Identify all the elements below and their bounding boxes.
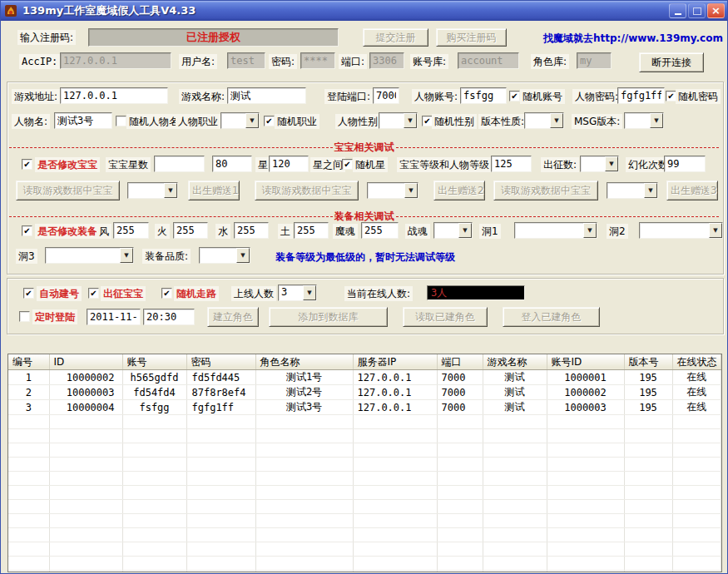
username-label: 用户名:: [179, 54, 217, 69]
table-cell: [483, 542, 547, 557]
column-header[interactable]: ID: [49, 354, 122, 370]
random-walk-checkbox[interactable]: ✔: [161, 288, 172, 299]
modify-equip-checkbox[interactable]: ✔: [22, 225, 32, 236]
table-row[interactable]: [8, 557, 721, 571]
table-row[interactable]: 210000003fd54fd487f8r8ef4测试2号127.0.0.170…: [8, 385, 721, 400]
table-cell: [547, 486, 624, 500]
table-cell: [255, 528, 353, 542]
results-table[interactable]: 编号ID账号密码角色名称服务器IP端口游戏名称账号ID版本号在线状态 11000…: [7, 354, 722, 572]
column-header[interactable]: 端口: [437, 354, 483, 370]
table-cell: [672, 500, 721, 514]
minimize-button-icon[interactable]: [669, 3, 686, 18]
website-link[interactable]: 找魔域就去http://www.139my.com: [543, 32, 723, 46]
morph-count-input[interactable]: [664, 156, 706, 172]
table-cell: 测试1号: [255, 370, 353, 385]
table-row[interactable]: [8, 443, 721, 458]
hole1-select[interactable]: ▼: [514, 222, 597, 239]
random-star-checkbox[interactable]: ✔: [342, 159, 353, 170]
char-account-input[interactable]: [460, 87, 507, 104]
earth-label: 土: [278, 224, 293, 239]
login-date-input[interactable]: [87, 309, 141, 325]
table-cell: [353, 486, 437, 500]
quality-select[interactable]: ▼: [199, 247, 250, 264]
battle-count-select[interactable]: ▼: [580, 156, 619, 172]
pet-select-3[interactable]: ▼: [607, 182, 658, 199]
column-header[interactable]: 角色名称: [255, 354, 353, 370]
war-soul-select[interactable]: ▼: [433, 222, 473, 239]
column-header[interactable]: 版本号: [624, 354, 672, 370]
online-count-select[interactable]: 3 ▼: [278, 285, 317, 301]
modify-pet-checkbox[interactable]: ✔: [22, 159, 32, 170]
column-header[interactable]: 编号: [8, 354, 49, 370]
star-between-label: 星之间: [310, 157, 345, 172]
char-password-input[interactable]: [617, 87, 665, 104]
table-row[interactable]: [8, 429, 721, 443]
pet-battle-checkbox[interactable]: ✔: [88, 288, 99, 299]
job-select[interactable]: ▼: [220, 112, 260, 129]
table-row[interactable]: [8, 472, 721, 486]
pet-select-2[interactable]: ▼: [367, 182, 418, 199]
table-row[interactable]: [8, 571, 721, 573]
gender-select[interactable]: ▼: [379, 112, 418, 129]
table-cell: [547, 415, 624, 429]
hole3-select[interactable]: ▼: [45, 247, 134, 264]
water-input[interactable]: [234, 222, 269, 239]
char-name-input[interactable]: [54, 112, 112, 129]
table-cell: [8, 571, 49, 573]
timed-login-checkbox[interactable]: [19, 311, 30, 322]
table-row[interactable]: [8, 458, 721, 472]
table-cell: [255, 472, 353, 486]
column-header[interactable]: 服务器IP: [353, 354, 437, 370]
column-header[interactable]: 账号ID: [547, 354, 624, 370]
star-min-input[interactable]: [212, 156, 252, 172]
random-job-checkbox[interactable]: ✔: [264, 116, 275, 126]
column-header[interactable]: 游戏名称: [483, 354, 547, 370]
table-cell: [547, 557, 624, 571]
star-max-input[interactable]: [269, 156, 309, 172]
maximize-button-icon[interactable]: [688, 3, 706, 18]
table-row[interactable]: [8, 528, 721, 542]
table-row[interactable]: 310000004fsfggfgfg1ff测试3号127.0.0.17000测试…: [8, 400, 721, 415]
account-db-input: [458, 52, 519, 69]
earth-input[interactable]: [294, 222, 329, 239]
table-cell: 127.0.0.1: [353, 370, 437, 385]
hole2-select[interactable]: ▼: [639, 222, 723, 239]
msg-version-select[interactable]: ▼: [624, 112, 664, 129]
table-cell: [186, 486, 255, 500]
table-cell: [255, 542, 353, 557]
port-input: [369, 52, 404, 69]
pet-level-input[interactable]: [491, 156, 532, 172]
login-port-input[interactable]: [373, 87, 399, 104]
wind-input[interactable]: [113, 222, 149, 239]
auto-create-checkbox[interactable]: ✔: [23, 288, 34, 299]
table-cell: [483, 557, 547, 571]
login-time-input[interactable]: [143, 309, 195, 325]
titlebar[interactable]: 139my工作室魔域假人工具V4.33 ×: [1, 1, 727, 21]
random-name-checkbox[interactable]: [116, 116, 126, 126]
column-header[interactable]: 账号: [122, 354, 186, 370]
equip-settings-row: ✔ 是否修改装备 风 火 水 土 魔魂 战魂 ▼ 洞1 ▼ 洞2 ▼: [1, 222, 727, 242]
table-row[interactable]: [8, 514, 721, 528]
column-header[interactable]: 密码: [186, 354, 255, 370]
pet-star-input[interactable]: [154, 156, 205, 172]
table-row[interactable]: [8, 500, 721, 514]
table-row[interactable]: [8, 542, 721, 557]
role-db-input: [577, 52, 612, 69]
table-row[interactable]: 110000002h565gdfdfd5fd445测试1号127.0.0.170…: [8, 370, 721, 385]
version-type-select[interactable]: ▼: [524, 112, 564, 129]
table-row[interactable]: [8, 486, 721, 500]
disconnect-button[interactable]: 断开连接: [639, 52, 704, 72]
fire-input[interactable]: [173, 222, 208, 239]
game-name-input[interactable]: [227, 87, 306, 104]
random-account-checkbox[interactable]: ✔: [509, 91, 520, 101]
pet-select-1[interactable]: ▼: [127, 182, 178, 199]
magic-soul-input[interactable]: [361, 222, 399, 239]
column-header[interactable]: 在线状态: [672, 354, 721, 370]
table-row[interactable]: [8, 415, 721, 429]
random-gender-label: 随机性别: [432, 114, 477, 129]
table-cell: 在线: [672, 400, 721, 415]
table-cell: [122, 415, 186, 429]
equip-section-divider: 装备相关调试: [9, 210, 719, 222]
close-button-icon[interactable]: ×: [707, 3, 725, 18]
game-addr-input[interactable]: [60, 87, 168, 104]
